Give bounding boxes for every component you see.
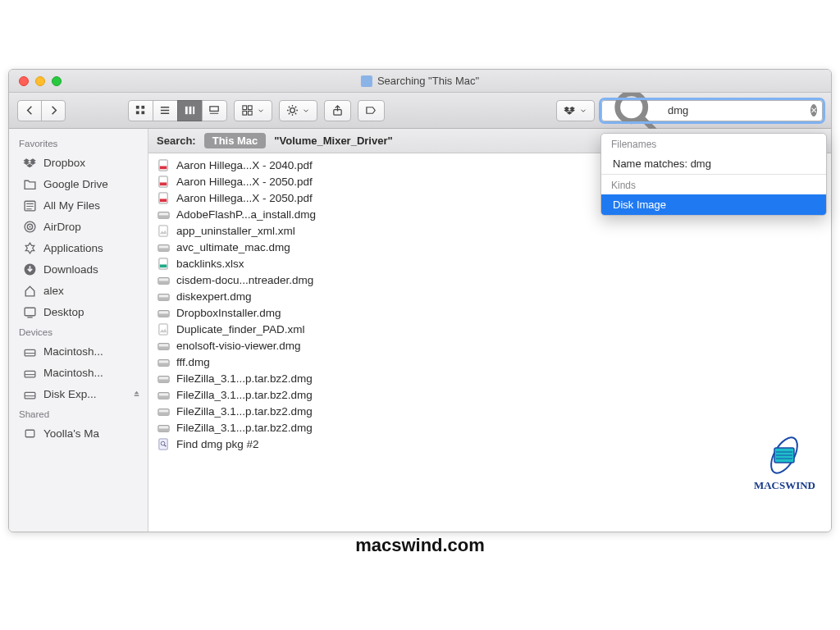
title-folder-icon (361, 75, 372, 87)
file-row[interactable]: FileZilla_3.1...p.tar.bz2.dmg (148, 403, 831, 419)
eject-icon[interactable] (132, 389, 141, 399)
file-row[interactable]: diskexpert.dmg (148, 288, 831, 304)
doc-file-icon (157, 224, 170, 237)
scope-folder[interactable]: "Volume_Mixer_Driver" (274, 135, 392, 147)
file-row[interactable]: app_uninstaller_xml.xml (148, 222, 831, 239)
sidebar-item-label: All My Files (43, 199, 100, 212)
view-icons-button[interactable] (128, 100, 153, 121)
dmg-file-icon (157, 404, 170, 418)
sidebar-item-dropbox[interactable]: Dropbox (9, 152, 148, 173)
file-row[interactable]: avc_ultimate_mac.dmg (148, 239, 831, 255)
search-field[interactable]: ✕ (601, 100, 823, 121)
sidebar-item-airdrop[interactable]: AirDrop (9, 216, 148, 237)
search-input[interactable] (668, 104, 806, 116)
airdrop-icon (22, 219, 37, 234)
pdf-file-icon (157, 191, 170, 204)
folder-icon (22, 176, 37, 191)
sidebar-item-label: Yoolla's Ma (43, 427, 99, 440)
file-name: avc_ultimate_mac.dmg (176, 241, 290, 253)
sidebar-item-all-my-files[interactable]: All My Files (9, 194, 148, 216)
disk-icon (22, 365, 37, 380)
sidebar-item-downloads[interactable]: Downloads (9, 258, 148, 280)
tags-button[interactable] (358, 100, 385, 121)
file-name: diskexpert.dmg (176, 290, 252, 303)
sidebar-favorites-header: Favorites (9, 134, 148, 152)
sidebar-item-label: Macintosh... (43, 345, 103, 358)
desktop-icon (22, 304, 37, 319)
file-name: AdobeFlashP...a_install.dmg (176, 208, 316, 221)
sidebar-item-label: Desktop (43, 306, 84, 318)
file-name: enolsoft-visio-viewer.dmg (176, 340, 301, 352)
sidebar-shared-item[interactable]: Yoolla's Ma (9, 422, 148, 444)
scope-this-mac[interactable]: This Mac (204, 133, 267, 148)
dmg-file-icon (157, 355, 170, 368)
clear-search-icon[interactable]: ✕ (810, 104, 817, 116)
shared-icon (22, 426, 37, 441)
pdf-file-icon (157, 175, 170, 188)
arrange-button[interactable] (234, 100, 272, 121)
suggest-kind-disk-image[interactable]: Disk Image (601, 194, 826, 215)
sidebar-device-item[interactable]: Macintosh... (9, 362, 148, 383)
file-row[interactable]: backlinks.xlsx (148, 255, 831, 272)
brand-name: MACSWIND (754, 479, 815, 492)
file-row[interactable]: enolsoft-visio-viewer.dmg (148, 337, 831, 354)
suggest-name-matches[interactable]: Name matches: dmg (601, 153, 826, 174)
dmg-file-icon (157, 372, 170, 385)
disk-icon (22, 386, 37, 401)
sidebar-devices-header: Devices (9, 322, 148, 340)
file-name: Aaron Hillega...X - 2050.pdf (176, 176, 313, 188)
back-button[interactable] (17, 100, 42, 121)
file-row[interactable]: FileZilla_3.1...p.tar.bz2.dmg (148, 386, 831, 403)
file-name: DropboxInstaller.dmg (176, 307, 281, 319)
watermark-url: macswind.com (355, 535, 485, 556)
sidebar-device-item[interactable]: Macintosh... (9, 340, 148, 362)
sidebar-item-label: Disk Exp... (43, 388, 97, 400)
view-mode-group (128, 100, 227, 121)
sidebar-item-label: Downloads (43, 263, 98, 276)
view-list-button[interactable] (153, 100, 178, 121)
window-title: Searching "This Mac" (361, 75, 479, 87)
brand-logo: MACSWIND (754, 435, 815, 492)
view-columns-button[interactable] (177, 100, 203, 121)
file-row[interactable]: FileZilla_3.1...p.tar.bz2.dmg (148, 419, 831, 436)
sidebar-device-item[interactable]: Disk Exp... (9, 383, 148, 404)
close-window-icon[interactable] (19, 76, 29, 86)
file-name: backlinks.xlsx (176, 258, 244, 270)
suggest-group-kinds: Kinds (601, 174, 826, 194)
suggest-group-filenames: Filenames (601, 134, 826, 153)
sidebar-item-label: AirDrop (43, 221, 81, 233)
file-row[interactable]: Duplicate_finder_PAD.xml (148, 321, 831, 337)
file-name: app_uninstaller_xml.xml (176, 225, 295, 237)
pdf-file-icon (157, 158, 170, 171)
apps-icon (22, 240, 37, 255)
xls-file-icon (157, 257, 170, 270)
file-name: cisdem-docu...ntreader.dmg (176, 274, 313, 286)
sidebar-item-google-drive[interactable]: Google Drive (9, 173, 148, 194)
search-label: Search: (157, 135, 196, 147)
dropbox-toolbar-button[interactable] (556, 100, 595, 121)
sidebar-item-desktop[interactable]: Desktop (9, 301, 148, 322)
file-row[interactable]: FileZilla_3.1...p.tar.bz2.dmg (148, 370, 831, 386)
file-name: Aaron Hillega...X - 2040.pdf (176, 159, 313, 171)
file-name: Find dmg pkg #2 (176, 438, 259, 450)
file-row[interactable]: cisdem-docu...ntreader.dmg (148, 272, 831, 288)
view-coverflow-button[interactable] (202, 100, 227, 121)
share-button[interactable] (324, 100, 351, 121)
downloads-icon (22, 262, 37, 276)
file-row[interactable]: DropboxInstaller.dmg (148, 304, 831, 321)
file-name: Duplicate_finder_PAD.xml (176, 323, 305, 336)
dmg-file-icon (157, 339, 170, 352)
sidebar-item-applications[interactable]: Applications (9, 237, 148, 258)
file-name: FileZilla_3.1...p.tar.bz2.dmg (176, 422, 313, 434)
file-row[interactable]: Find dmg pkg #2 (148, 436, 831, 452)
action-button[interactable] (279, 100, 317, 121)
dmg-file-icon (157, 421, 170, 434)
file-row[interactable]: fff.dmg (148, 354, 831, 370)
zoom-window-icon[interactable] (52, 76, 62, 86)
doc-file-icon (157, 322, 170, 336)
forward-button[interactable] (41, 100, 66, 121)
sidebar-item-label: alex (43, 285, 64, 297)
minimize-window-icon[interactable] (35, 76, 45, 86)
file-name: FileZilla_3.1...p.tar.bz2.dmg (176, 389, 313, 401)
sidebar-item-alex[interactable]: alex (9, 280, 148, 301)
